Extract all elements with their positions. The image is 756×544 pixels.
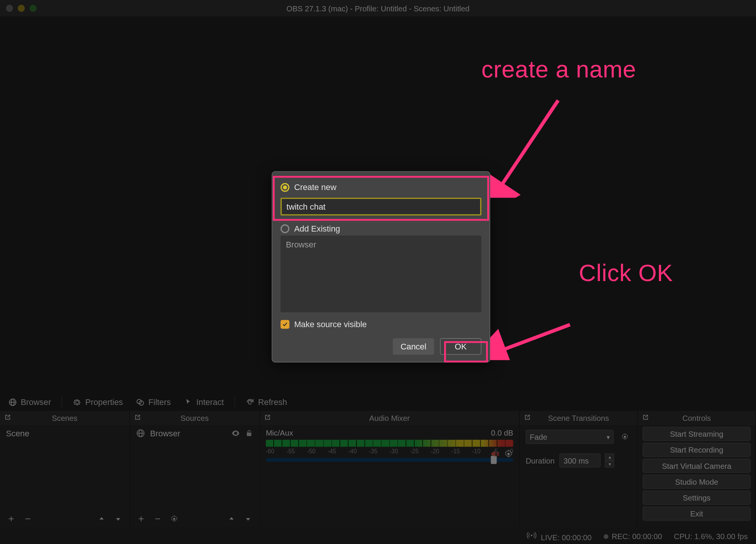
lock-icon[interactable] <box>245 429 253 437</box>
svg-point-9 <box>531 534 532 536</box>
exit-button[interactable]: Exit <box>643 507 751 521</box>
dock-header-controls: Controls <box>638 411 756 425</box>
dock-title: Scene Transitions <box>548 414 609 422</box>
source-toolbar: Browser Properties Filters Interact Refr… <box>0 393 756 411</box>
add-scene-button[interactable] <box>3 512 19 525</box>
source-item[interactable]: Browser <box>130 425 259 442</box>
obs-window: OBS 27.1.3 (mac) - Profile: Untitled - S… <box>0 0 756 544</box>
interact-label: Interact <box>196 397 224 407</box>
popout-icon[interactable] <box>3 413 12 422</box>
remove-scene-button[interactable] <box>20 512 36 525</box>
annotation-create-name: create a name <box>481 56 636 82</box>
studio-mode-button[interactable]: Studio Mode <box>643 474 751 489</box>
refresh-button[interactable]: Refresh <box>241 397 292 407</box>
chevron-down-icon: ▾ <box>607 434 610 440</box>
ok-button[interactable]: OK <box>440 338 481 355</box>
volume-slider[interactable] <box>266 458 513 462</box>
spin-down-icon[interactable]: ▾ <box>605 461 614 468</box>
broadcast-icon <box>527 530 536 540</box>
pointer-icon <box>184 397 192 406</box>
globe-icon <box>8 397 17 406</box>
move-source-down-button[interactable] <box>240 512 256 525</box>
cpu-status: CPU: 1.6%, 30.00 fps <box>674 532 748 540</box>
dock-header-sources: Sources <box>130 411 260 425</box>
move-scene-up-button[interactable] <box>94 512 109 525</box>
popout-icon[interactable] <box>263 413 272 422</box>
traffic-lights <box>6 5 37 12</box>
popout-icon[interactable] <box>641 413 650 422</box>
globe-icon <box>136 428 145 438</box>
selected-source-label: Browser <box>21 397 51 407</box>
dock-header-mixer: Audio Mixer <box>260 411 520 425</box>
minimize-window-icon[interactable] <box>18 5 25 12</box>
add-existing-radio-row[interactable]: Add Existing <box>280 224 481 233</box>
radio-create-new[interactable] <box>280 183 289 192</box>
filters-icon <box>136 397 145 406</box>
filters-label: Filters <box>148 397 171 407</box>
cancel-button[interactable]: Cancel <box>393 338 434 355</box>
record-dot-icon <box>603 534 608 539</box>
gear-icon <box>73 397 82 406</box>
existing-source-item[interactable]: Browser <box>286 240 476 249</box>
transition-settings-button[interactable] <box>618 430 631 443</box>
channel-name: Mic/Aux <box>266 428 293 437</box>
zoom-window-icon[interactable] <box>29 5 37 12</box>
scenes-dock: Scene <box>0 425 130 528</box>
transition-select[interactable]: Fade ▾ <box>526 430 614 444</box>
properties-button[interactable]: Properties <box>68 397 128 407</box>
visibility-icon[interactable] <box>231 428 240 438</box>
mute-icon[interactable] <box>490 449 500 459</box>
svg-point-6 <box>173 518 175 520</box>
annotation-arrow-name <box>490 97 567 198</box>
mixer-channel: Mic/Aux 0.0 dB -60-55-50-45-40-35-30-25-… <box>260 425 519 465</box>
popout-icon[interactable] <box>523 413 531 422</box>
sources-buttons <box>130 510 259 528</box>
start-streaming-button[interactable]: Start Streaming <box>643 427 751 441</box>
popout-icon[interactable] <box>133 413 142 422</box>
add-source-button[interactable] <box>133 512 149 525</box>
svg-point-8 <box>624 436 626 438</box>
existing-sources-list[interactable]: Browser <box>280 235 481 312</box>
dock-header-transitions: Scene Transitions <box>520 411 638 425</box>
create-new-label: Create new <box>294 182 336 192</box>
close-window-icon[interactable] <box>6 5 13 12</box>
source-name-input[interactable] <box>280 198 481 215</box>
make-visible-checkbox[interactable] <box>280 320 289 328</box>
status-bar: LIVE: 00:00:00 REC: 00:00:00 CPU: 1.6%, … <box>0 528 756 544</box>
make-visible-row[interactable]: Make source visible <box>280 319 481 329</box>
interact-button[interactable]: Interact <box>179 397 229 407</box>
dock-title: Sources <box>181 414 209 422</box>
duration-input[interactable]: 300 ms <box>559 453 601 468</box>
controls-dock: Start Streaming Start Recording Start Vi… <box>638 425 756 528</box>
source-label: Browser <box>150 428 180 438</box>
radio-add-existing[interactable] <box>280 224 289 233</box>
spin-up-icon[interactable]: ▴ <box>605 453 614 461</box>
remove-source-button[interactable] <box>150 512 166 525</box>
separator <box>62 397 62 407</box>
move-source-up-button[interactable] <box>224 512 239 525</box>
create-source-dialog: Create new Add Existing Browser Make sou… <box>272 171 490 362</box>
transition-selected: Fade <box>530 433 547 441</box>
dock-headers: Scenes Sources Audio Mixer Scene Transit… <box>0 411 756 425</box>
channel-settings-icon[interactable] <box>504 449 513 459</box>
audio-meter <box>266 440 513 447</box>
refresh-label: Refresh <box>258 397 287 407</box>
live-status: LIVE: 00:00:00 <box>527 530 592 542</box>
properties-label: Properties <box>85 397 123 407</box>
start-virtual-camera-button[interactable]: Start Virtual Camera <box>643 459 751 473</box>
scene-item[interactable]: Scene <box>0 425 129 442</box>
window-title: OBS 27.1.3 (mac) - Profile: Untitled - S… <box>287 4 469 12</box>
create-new-radio-row[interactable]: Create new <box>280 182 481 192</box>
svg-point-7 <box>507 453 510 455</box>
move-scene-down-button[interactable] <box>110 512 126 525</box>
dock-title: Controls <box>682 414 711 422</box>
settings-button[interactable]: Settings <box>643 490 751 505</box>
filters-button[interactable]: Filters <box>131 397 175 407</box>
source-settings-button[interactable] <box>167 512 182 525</box>
refresh-icon <box>246 397 254 406</box>
titlebar: OBS 27.1.3 (mac) - Profile: Untitled - S… <box>0 0 756 17</box>
dock-title: Audio Mixer <box>369 414 410 422</box>
start-recording-button[interactable]: Start Recording <box>643 443 751 457</box>
duration-spinner[interactable]: ▴▾ <box>605 453 614 468</box>
channel-level: 0.0 dB <box>491 428 513 437</box>
